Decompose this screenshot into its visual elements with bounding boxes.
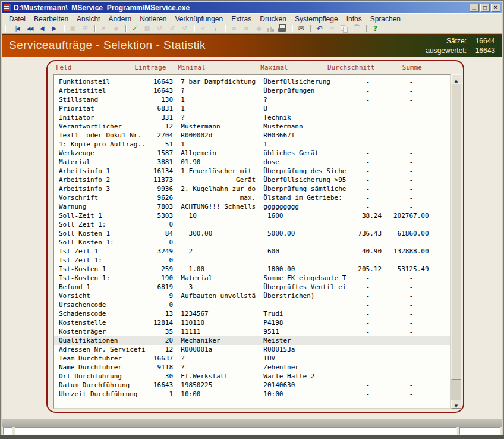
delete-icon: ✕	[99, 24, 108, 33]
table-row[interactable]: Kostenträger 35 11111 9511 - -	[59, 327, 450, 336]
status-panel-left	[3, 427, 12, 435]
table-row[interactable]: Soll-Zeit 1 5303 10 1600 38.24 202767.00	[59, 211, 450, 220]
print-icon[interactable]	[278, 24, 287, 33]
preview-icon: ◉	[254, 24, 263, 33]
stat-ausgewertet-value: 16643	[467, 46, 495, 55]
save-grid-icon: ▤	[143, 24, 152, 33]
table-row[interactable]: Name Durchführer 9118 ? Zehentner - -	[59, 363, 450, 372]
table-row[interactable]: Adressen-Nr. Servicefi 12 R000001a R0001…	[59, 345, 450, 354]
table-row[interactable]: Werkzeuge 1587 Allgemein übliches Gerät …	[59, 149, 450, 158]
toolbar-separator	[366, 25, 367, 32]
tree-view-icon: ⊞	[81, 24, 90, 33]
app-icon	[3, 4, 11, 11]
table-row[interactable]: Soll-Kosten 1: 0 - -	[59, 238, 450, 247]
menu-item-verknüpfungen[interactable]: Verknüpfungen	[175, 15, 223, 23]
vertical-scrollbar[interactable]: ▲ ▼	[451, 74, 461, 409]
down-arrow-icon: ▼	[455, 404, 458, 409]
table-row[interactable]: Vorsicht 9 Aufbauten unvollstä Überstric…	[59, 291, 450, 300]
page-title: Serviceaufträge - Selektion - Statistik	[9, 39, 206, 52]
menu-bar: DateiBearbeitenAnsichtÄndernNotierenVerk…	[2, 13, 502, 24]
confirm-icon[interactable]: ✓	[130, 24, 139, 33]
toolbar-separator	[94, 25, 96, 32]
search-icon: ∞	[229, 24, 238, 33]
import-icon: ▣	[68, 24, 77, 33]
header-band: Serviceaufträge - Selektion - Statistik …	[2, 34, 502, 57]
table-row[interactable]: Team Durchführer 16637 ? TÜV - -	[59, 354, 450, 363]
toolbar-separator	[292, 25, 293, 32]
table-row[interactable]: Text1- oder Doku1-Nr. 2704 R000002d R003…	[59, 131, 450, 140]
scrollbar-thumb[interactable]	[451, 83, 461, 380]
fast-back-icon[interactable]: ◀◀	[25, 24, 34, 33]
table-row[interactable]: Ort Durchführung 30 El.Werkstatt Warte H…	[59, 372, 450, 381]
statistics-table: Funktionsteil 16643 7 bar Dampfdichtung …	[53, 74, 451, 409]
toolbar: |◀◀◀◀▶▣⊞✕◆✓▤↺↺↺≺i∞≡◉✉↶✂?	[2, 24, 502, 34]
refresh-3-icon: ↺	[180, 24, 189, 33]
menu-item-extras[interactable]: Extras	[231, 15, 251, 23]
record-stats: Sätze: 16644 ausgewertet: 16643	[426, 36, 495, 55]
list-icon: ≡	[242, 24, 251, 33]
stat-saetze-label: Sätze:	[446, 36, 467, 46]
menu-item-bearbeiten[interactable]: Bearbeiten	[34, 15, 68, 23]
table-row[interactable]: Qualifikationen 20 Mechaniker Meister - …	[54, 336, 450, 345]
table-row[interactable]: Initiator 331 ? Technik - -	[59, 113, 450, 122]
menu-item-drucken[interactable]: Drucken	[260, 15, 286, 23]
scroll-down-button[interactable]: ▼	[451, 400, 461, 409]
table-row[interactable]: Arbeitsinfo 2 11373 Gerät Überfüllsicher…	[59, 175, 450, 184]
menu-item-systempflege[interactable]: Systempflege	[295, 15, 338, 23]
table-row[interactable]: Verantwortlicher 12 Mustermann Musterman…	[59, 122, 450, 131]
table-row[interactable]: Soll-Kosten 1 84 300.00 5000.00 736.43 6…	[59, 229, 450, 238]
menu-item-sprachen[interactable]: Sprachen	[370, 15, 401, 23]
table-row[interactable]: Uhrzeit Durchführung 1 10:00 10:00 - -	[59, 390, 450, 399]
help-icon[interactable]: ?	[371, 24, 380, 33]
menu-item-ändern[interactable]: Ändern	[108, 15, 131, 23]
maximize-button[interactable]: □	[480, 4, 490, 12]
minimize-button[interactable]: _	[470, 4, 479, 12]
table-row[interactable]: Soll-Zeit 1: 0 - -	[59, 220, 450, 229]
menu-item-infos[interactable]: Infos	[346, 15, 362, 23]
table-row[interactable]: Stillstand 130 1 ? - -	[59, 95, 450, 104]
info-icon: i	[211, 24, 220, 33]
scroll-up-button[interactable]: ▲	[451, 74, 461, 83]
undo-icon[interactable]: ↶	[315, 24, 324, 33]
toolbar-separator	[125, 25, 127, 32]
table-row[interactable]: Ist-Zeit 1: 0 - -	[59, 256, 450, 265]
forward-icon[interactable]: ▶	[50, 24, 59, 33]
table-row[interactable]: Material 3881 01.90 dose - -	[59, 158, 450, 167]
toolbar-separator	[310, 25, 311, 32]
table-row[interactable]: Vorschrift 9626 max. Ölstand im Getriebe…	[59, 193, 450, 202]
table-row[interactable]: Arbeitsinfo 1 16134 1 Feuerlöscher mit Ü…	[59, 167, 450, 175]
table-row[interactable]: Datum Durchführung 16643 19850225 201406…	[59, 381, 450, 390]
title-bar: D:\Mustermann\_MService_Programm\MServic…	[2, 2, 502, 13]
stat-ausgewertet-label: ausgewertet:	[426, 46, 467, 55]
close-button[interactable]: ×	[491, 4, 500, 12]
toolbar-separator	[194, 25, 195, 32]
table-row[interactable]: Kostenstelle 12814 110110 P4198 - -	[59, 318, 450, 327]
window-title: D:\Mustermann\_MService_Programm\MServic…	[14, 4, 470, 12]
paste-icon	[352, 24, 361, 33]
menu-item-notieren[interactable]: Notieren	[140, 15, 166, 23]
table-row[interactable]: Warnung 7803 ACHTUNG!!! Schnells ggggggg…	[59, 202, 450, 211]
scrollbar-track[interactable]	[451, 83, 461, 400]
refresh-2-icon: ↺	[168, 24, 177, 33]
table-row[interactable]: Ist-Zeit 1 3249 2 600 40.90 132888.00	[59, 247, 450, 256]
cut-icon: ✂	[327, 24, 336, 33]
table-row[interactable]: 1: Kopie pro Auftrag.. 51 1 1 - -	[59, 140, 450, 149]
table-row[interactable]: Befund 1 6819 3 Überprüftes Ventil ei - …	[59, 283, 450, 291]
menu-item-datei[interactable]: Datei	[9, 15, 26, 23]
copy-icon	[340, 24, 349, 33]
back-icon[interactable]: ◀	[37, 24, 46, 33]
first-record-icon[interactable]: |◀	[12, 24, 21, 33]
window-bottom-edge	[0, 435, 504, 439]
table-row[interactable]: Arbeitsinfo 3 9936 2. Kugelhahn zur do Ü…	[59, 184, 450, 193]
table-row[interactable]: Funktionsteil 16643 7 bar Dampfdichtung …	[59, 77, 450, 86]
refresh-1-icon: ↺	[155, 24, 164, 33]
table-row[interactable]: Ist-Kosten 1: 190 Material Summe EK eing…	[59, 274, 450, 283]
table-row[interactable]: Arbeitstitel 16643 ? Überprüfungen - -	[59, 86, 450, 95]
menu-item-ansicht[interactable]: Ansicht	[77, 15, 100, 23]
table-row[interactable]: Ist-Kosten 1 259 1.00 1800.00 205.12 531…	[59, 265, 450, 274]
mail-icon[interactable]: ✉	[297, 24, 305, 33]
table-row[interactable]: Priorität 6831 1 U - -	[59, 104, 450, 113]
table-row[interactable]: Ursachencode 0 - -	[59, 300, 450, 309]
status-panel-right	[459, 427, 500, 435]
table-row[interactable]: Schadenscode 13 1234567 Trudi - -	[59, 309, 450, 318]
